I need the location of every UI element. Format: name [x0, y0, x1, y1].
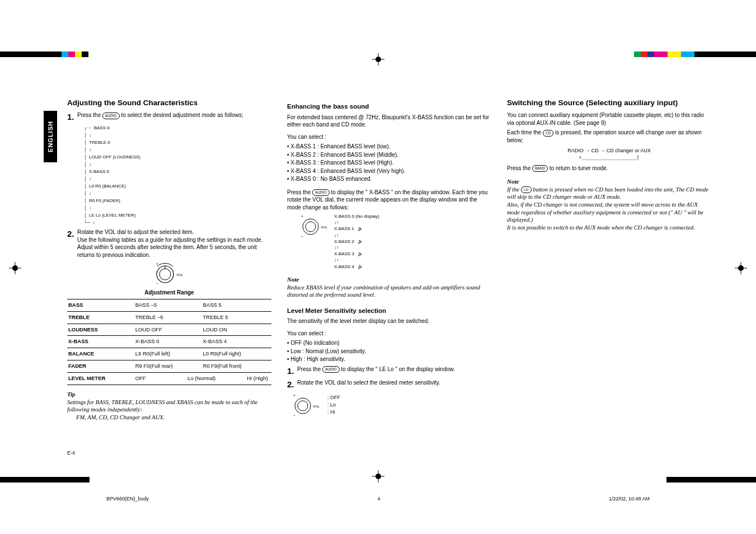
- source-chain-diagram: RADIO → CD → CD changer or AUX ↑________…: [507, 147, 711, 161]
- column-1: Adjusting the Sound Characteristics 1. P…: [67, 98, 271, 467]
- table-row: TREBLETREBLE –5TREBLE 5: [67, 311, 271, 324]
- svg-point-26: [295, 398, 311, 414]
- lvl-step-2: 2. Rotate the VOL dial to select the des…: [287, 379, 491, 390]
- enh-paragraph: For extended bass centered @ 72Hz, Blaup…: [287, 114, 491, 129]
- adjustment-range-table: Adjustment Range BASSBASS –5BASS 5 TREBL…: [67, 287, 271, 385]
- xbass-options: X-BASS 1 : Enhanced BASS level (low). X-…: [287, 143, 491, 183]
- select-intro: You can select :: [287, 133, 491, 141]
- svg-point-31: [375, 474, 381, 479]
- step1-text-pre: Press the: [77, 112, 102, 118]
- svg-text:VOL: VOL: [313, 405, 320, 408]
- registration-mark-right: [735, 262, 747, 277]
- cd-button-label: CD: [543, 130, 553, 137]
- page-number: E-4: [67, 450, 75, 456]
- table-row: LOUDNESSLOUD OFFLOUD ON: [67, 324, 271, 336]
- table-row: X-BASSX-BASS 0X-BASS 4: [67, 336, 271, 348]
- svg-text:–: –: [156, 281, 158, 284]
- svg-text:–: –: [293, 413, 295, 417]
- band-button-label: BAND: [532, 165, 548, 172]
- registration-mark-left: [9, 262, 21, 277]
- level-meter-paragraph: The sensitivity of the level meter displ…: [287, 317, 491, 325]
- level-meter-options: OFF (No indication) Low : Normal (Low) s…: [287, 339, 491, 363]
- speaker-icon: 🔉: [358, 238, 363, 245]
- step-1: 1. Press the AUDIO to select the desired…: [67, 111, 271, 123]
- svg-point-0: [375, 57, 381, 62]
- lvl-select-intro: You can select :: [287, 330, 491, 338]
- column-3: Switching the Source (Selecting auxiliar…: [507, 98, 711, 467]
- note-heading: Note: [287, 275, 491, 284]
- svg-point-22: [306, 222, 316, 232]
- svg-point-27: [298, 401, 308, 411]
- vol-dial-illustration: + – VOL: [67, 262, 271, 284]
- heading-switching-source: Switching the Source (Selecting auxiliar…: [507, 98, 711, 108]
- svg-point-16: [159, 269, 171, 280]
- press-audio-paragraph: Press the AUDIO to display the " X-BASS …: [287, 189, 491, 212]
- svg-point-10: [738, 265, 744, 271]
- audio-button-label: AUDIO: [102, 113, 120, 119]
- page-body: Adjusting the Sound Characteristics 1. P…: [45, 98, 711, 467]
- tip-heading: Tip: [67, 391, 271, 399]
- audio-mode-flow: ┌→BASS 0 │↓ │TREBLE 0 │↓ │LOUD OFF (LOUD…: [84, 125, 271, 226]
- speaker-icon: 🔊: [358, 264, 363, 270]
- xbass-flow-diagram: + – VOL X-BASS 0 (No display) ↓↑ X-BASS …: [298, 213, 491, 270]
- svg-point-21: [303, 219, 318, 235]
- step1-text-post: to select the desired adjustment mode as…: [121, 112, 243, 118]
- table-row: BASSBASS –5BASS 5: [67, 299, 271, 311]
- heading-level-meter: Level Meter Sensitivity selection: [287, 307, 491, 316]
- note-body-col3: If the CD button is pressed when no CD h…: [507, 186, 711, 232]
- press-band-paragraph: Press the BAND to return to tuner mode.: [507, 165, 711, 172]
- lvl-step-1: 1. Press the AUDIO to display the " LE L…: [287, 366, 491, 377]
- svg-text:VOL: VOL: [321, 226, 327, 229]
- registration-mark-icon: [372, 53, 384, 65]
- table-row: LEVEL METER OFF Lo (Normal) Hi (High): [67, 372, 271, 385]
- src-paragraph-1: You can connect auxiliary equipment (Por…: [507, 111, 711, 127]
- table-row: BALANCEL9 R0(Full left)L0 R9(Full right): [67, 348, 271, 360]
- table-header: Adjustment Range: [67, 287, 271, 299]
- heading-enhancing-bass: Enhancing the bass sound: [287, 102, 491, 111]
- heading-adjusting-sound: Adjusting the Sound Characteristics: [67, 98, 271, 108]
- src-paragraph-2: Each time the CD is pressed, the operati…: [507, 129, 711, 144]
- imposition-filename: BPV660(EN)_body: [106, 496, 149, 502]
- registration-mark-bottom: [372, 470, 384, 485]
- speaker-icon: 🔉: [358, 251, 363, 257]
- speaker-icon: 🔈: [358, 226, 363, 232]
- imposition-pagenum: 4: [377, 496, 380, 502]
- note-body-xbass: Reduce XBASS level if your combination o…: [287, 284, 491, 299]
- svg-text:+: +: [156, 262, 158, 266]
- svg-text:VOL: VOL: [176, 273, 183, 277]
- svg-point-5: [12, 265, 18, 271]
- svg-text:–: –: [301, 234, 303, 238]
- svg-text:+: +: [301, 214, 303, 218]
- note-heading-col3: Note: [507, 177, 711, 186]
- imposition-timestamp: 1/22/02, 10:48 AM: [609, 496, 650, 502]
- meter-dial-illustration: + – VOL : OFF : Lo : Hi: [290, 392, 491, 417]
- step-2: 2. Rotate the VOL dial to adjust the sel…: [67, 228, 271, 259]
- tip-body: Settings for BASS, TREBLE, LOUDNESS and …: [67, 399, 271, 421]
- audio-button-label: AUDIO: [322, 366, 340, 373]
- table-row: FADERR9 F0(Full rear)R0 F9(Full front): [67, 360, 271, 373]
- imposition-footer: BPV660(EN)_body 4 1/22/02, 10:48 AM: [0, 495, 756, 502]
- step-number-2: 2.: [67, 228, 77, 259]
- column-2: Enhancing the bass sound For extended ba…: [287, 98, 491, 467]
- audio-button-label: AUDIO: [312, 189, 330, 196]
- step-number-1: 1.: [67, 111, 77, 123]
- cd-button-label: CD: [521, 186, 532, 193]
- svg-text:+: +: [293, 394, 295, 397]
